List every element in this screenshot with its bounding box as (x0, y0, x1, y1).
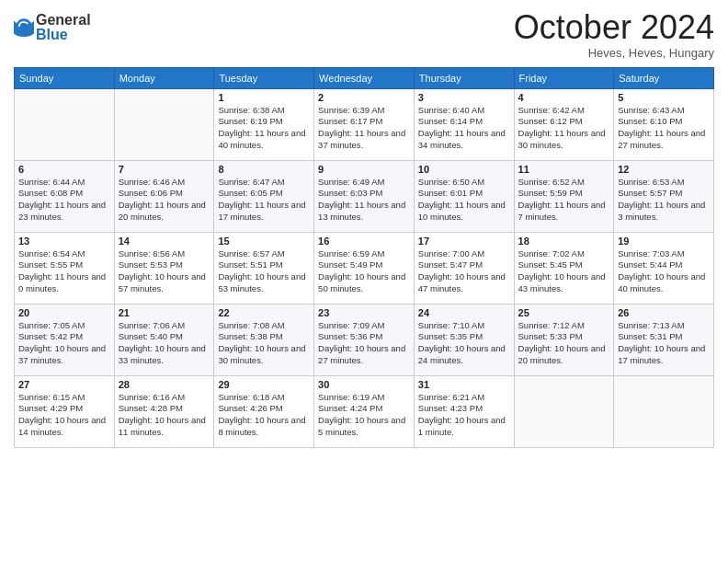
day-info: Sunrise: 7:08 AM Sunset: 5:38 PM Dayligh… (218, 320, 310, 367)
day-number: 15 (218, 236, 310, 247)
calendar: Sunday Monday Tuesday Wednesday Thursday… (14, 67, 714, 448)
calendar-cell: 29Sunrise: 6:18 AM Sunset: 4:26 PM Dayli… (214, 375, 314, 447)
calendar-cell: 15Sunrise: 6:57 AM Sunset: 5:51 PM Dayli… (214, 232, 314, 304)
col-thursday: Thursday (414, 67, 514, 88)
header: General Blue October 2024 Heves, Heves, … (14, 9, 714, 60)
logo-general: General (36, 13, 91, 28)
calendar-cell: 25Sunrise: 7:12 AM Sunset: 5:33 PM Dayli… (514, 304, 614, 375)
day-number: 25 (518, 307, 610, 318)
day-info: Sunrise: 6:38 AM Sunset: 6:19 PM Dayligh… (218, 105, 310, 152)
day-number: 27 (18, 379, 110, 390)
calendar-cell: 4Sunrise: 6:42 AM Sunset: 6:12 PM Daylig… (514, 88, 614, 160)
day-info: Sunrise: 6:43 AM Sunset: 6:10 PM Dayligh… (618, 105, 710, 152)
calendar-header-row: Sunday Monday Tuesday Wednesday Thursday… (15, 67, 714, 88)
day-number: 2 (318, 92, 410, 103)
calendar-cell: 7Sunrise: 6:46 AM Sunset: 6:06 PM Daylig… (114, 160, 214, 232)
day-number: 1 (218, 92, 310, 103)
calendar-cell: 6Sunrise: 6:44 AM Sunset: 6:08 PM Daylig… (15, 160, 115, 232)
day-number: 6 (18, 164, 110, 175)
day-info: Sunrise: 6:18 AM Sunset: 4:26 PM Dayligh… (218, 392, 310, 439)
day-info: Sunrise: 6:19 AM Sunset: 4:24 PM Dayligh… (318, 392, 410, 439)
day-number: 24 (418, 307, 510, 318)
calendar-cell: 22Sunrise: 7:08 AM Sunset: 5:38 PM Dayli… (214, 304, 314, 375)
day-info: Sunrise: 6:49 AM Sunset: 6:03 PM Dayligh… (318, 177, 410, 224)
calendar-cell: 11Sunrise: 6:52 AM Sunset: 5:59 PM Dayli… (514, 160, 614, 232)
day-info: Sunrise: 7:03 AM Sunset: 5:44 PM Dayligh… (618, 248, 710, 295)
title-block: October 2024 Heves, Heves, Hungary (514, 9, 714, 60)
col-friday: Friday (514, 67, 614, 88)
calendar-cell: 14Sunrise: 6:56 AM Sunset: 5:53 PM Dayli… (114, 232, 214, 304)
day-info: Sunrise: 6:46 AM Sunset: 6:06 PM Dayligh… (119, 177, 210, 224)
day-info: Sunrise: 6:42 AM Sunset: 6:12 PM Dayligh… (518, 105, 610, 152)
day-info: Sunrise: 6:52 AM Sunset: 5:59 PM Dayligh… (518, 177, 610, 224)
day-number: 21 (119, 307, 210, 318)
calendar-week-5: 27Sunrise: 6:15 AM Sunset: 4:29 PM Dayli… (15, 375, 714, 447)
day-number: 13 (18, 236, 110, 247)
col-sunday: Sunday (15, 67, 115, 88)
day-number: 18 (518, 236, 610, 247)
calendar-week-4: 20Sunrise: 7:05 AM Sunset: 5:42 PM Dayli… (15, 304, 714, 375)
day-info: Sunrise: 7:09 AM Sunset: 5:36 PM Dayligh… (318, 320, 410, 367)
calendar-week-2: 6Sunrise: 6:44 AM Sunset: 6:08 PM Daylig… (15, 160, 714, 232)
day-number: 16 (318, 236, 410, 247)
calendar-cell: 8Sunrise: 6:47 AM Sunset: 6:05 PM Daylig… (214, 160, 314, 232)
day-info: Sunrise: 6:44 AM Sunset: 6:08 PM Dayligh… (18, 177, 110, 224)
col-wednesday: Wednesday (314, 67, 415, 88)
col-monday: Monday (114, 67, 214, 88)
calendar-cell: 9Sunrise: 6:49 AM Sunset: 6:03 PM Daylig… (314, 160, 415, 232)
day-info: Sunrise: 6:47 AM Sunset: 6:05 PM Dayligh… (218, 177, 310, 224)
calendar-cell (514, 375, 614, 447)
calendar-cell: 12Sunrise: 6:53 AM Sunset: 5:57 PM Dayli… (614, 160, 714, 232)
day-number: 4 (518, 92, 610, 103)
calendar-cell: 31Sunrise: 6:21 AM Sunset: 4:23 PM Dayli… (414, 375, 514, 447)
calendar-cell: 5Sunrise: 6:43 AM Sunset: 6:10 PM Daylig… (614, 88, 714, 160)
location: Heves, Heves, Hungary (514, 46, 714, 60)
col-tuesday: Tuesday (214, 67, 314, 88)
day-info: Sunrise: 7:10 AM Sunset: 5:35 PM Dayligh… (418, 320, 510, 367)
day-number: 17 (418, 236, 510, 247)
day-number: 3 (418, 92, 510, 103)
logo: General Blue (14, 13, 91, 42)
calendar-cell: 28Sunrise: 6:16 AM Sunset: 4:28 PM Dayli… (114, 375, 214, 447)
day-number: 11 (518, 164, 610, 175)
calendar-week-1: 1Sunrise: 6:38 AM Sunset: 6:19 PM Daylig… (15, 88, 714, 160)
col-saturday: Saturday (614, 67, 714, 88)
day-info: Sunrise: 6:21 AM Sunset: 4:23 PM Dayligh… (418, 392, 510, 439)
calendar-cell: 17Sunrise: 7:00 AM Sunset: 5:47 PM Dayli… (414, 232, 514, 304)
calendar-cell (614, 375, 714, 447)
day-number: 9 (318, 164, 410, 175)
calendar-cell: 26Sunrise: 7:13 AM Sunset: 5:31 PM Dayli… (614, 304, 714, 375)
logo-icon (14, 17, 34, 37)
day-number: 19 (618, 236, 710, 247)
day-number: 20 (18, 307, 110, 318)
calendar-cell: 13Sunrise: 6:54 AM Sunset: 5:55 PM Dayli… (15, 232, 115, 304)
day-number: 30 (318, 379, 410, 390)
calendar-cell: 2Sunrise: 6:39 AM Sunset: 6:17 PM Daylig… (314, 88, 415, 160)
day-info: Sunrise: 7:13 AM Sunset: 5:31 PM Dayligh… (618, 320, 710, 367)
day-info: Sunrise: 6:54 AM Sunset: 5:55 PM Dayligh… (18, 248, 110, 295)
day-info: Sunrise: 6:50 AM Sunset: 6:01 PM Dayligh… (418, 177, 510, 224)
calendar-cell: 19Sunrise: 7:03 AM Sunset: 5:44 PM Dayli… (614, 232, 714, 304)
day-number: 31 (418, 379, 510, 390)
day-info: Sunrise: 6:56 AM Sunset: 5:53 PM Dayligh… (119, 248, 210, 295)
month-title: October 2024 (514, 9, 714, 46)
day-info: Sunrise: 7:00 AM Sunset: 5:47 PM Dayligh… (418, 248, 510, 295)
day-info: Sunrise: 6:59 AM Sunset: 5:49 PM Dayligh… (318, 248, 410, 295)
calendar-week-3: 13Sunrise: 6:54 AM Sunset: 5:55 PM Dayli… (15, 232, 714, 304)
calendar-cell: 10Sunrise: 6:50 AM Sunset: 6:01 PM Dayli… (414, 160, 514, 232)
day-number: 23 (318, 307, 410, 318)
day-info: Sunrise: 7:02 AM Sunset: 5:45 PM Dayligh… (518, 248, 610, 295)
day-info: Sunrise: 6:39 AM Sunset: 6:17 PM Dayligh… (318, 105, 410, 152)
calendar-cell: 23Sunrise: 7:09 AM Sunset: 5:36 PM Dayli… (314, 304, 415, 375)
calendar-cell: 1Sunrise: 6:38 AM Sunset: 6:19 PM Daylig… (214, 88, 314, 160)
logo-text: General Blue (36, 13, 91, 42)
day-info: Sunrise: 6:16 AM Sunset: 4:28 PM Dayligh… (119, 392, 210, 439)
page: General Blue October 2024 Heves, Heves, … (0, 0, 728, 563)
calendar-cell (114, 88, 214, 160)
day-info: Sunrise: 6:57 AM Sunset: 5:51 PM Dayligh… (218, 248, 310, 295)
day-number: 14 (119, 236, 210, 247)
calendar-cell: 18Sunrise: 7:02 AM Sunset: 5:45 PM Dayli… (514, 232, 614, 304)
calendar-cell: 27Sunrise: 6:15 AM Sunset: 4:29 PM Dayli… (15, 375, 115, 447)
calendar-cell: 20Sunrise: 7:05 AM Sunset: 5:42 PM Dayli… (15, 304, 115, 375)
day-number: 8 (218, 164, 310, 175)
